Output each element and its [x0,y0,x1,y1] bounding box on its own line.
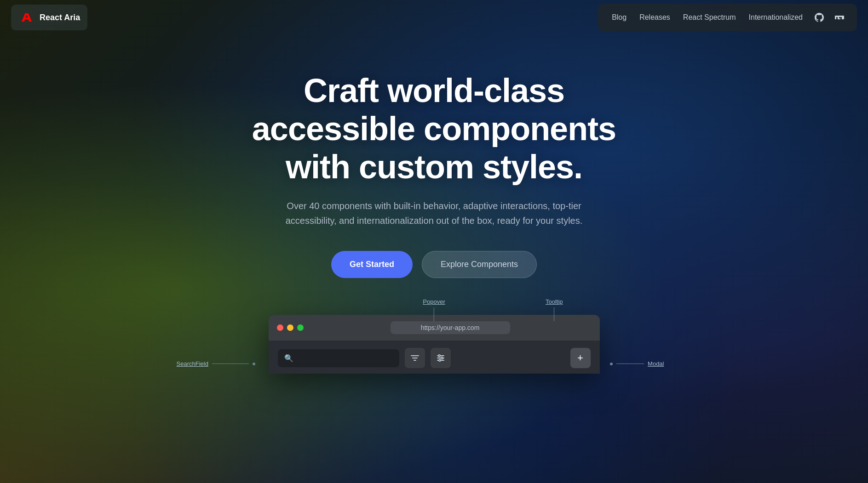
nav-logo-text: React Aria [40,13,80,23]
searchfield-annotation-group: SearchField [177,360,255,367]
logo-button[interactable]: React Aria [11,5,87,30]
nav-link-react-spectrum[interactable]: React Spectrum [678,11,741,23]
plus-icon: + [577,352,583,364]
nav-link-releases[interactable]: Releases [635,11,675,23]
navbar: React Aria Blog Releases React Spectrum … [0,0,868,35]
svg-point-8 [438,355,440,357]
search-field[interactable]: 🔍 [278,349,399,367]
browser-content: 🔍 [269,341,600,374]
nav-link-blog[interactable]: Blog [607,11,631,23]
expand-dot [297,324,304,331]
hero-title: Craft world-class accessible components … [227,72,641,186]
get-started-button[interactable]: Get Started [331,251,413,278]
browser-toolbar: 🔍 [278,348,591,374]
tooltip-annotation-group: Tooltip [546,297,563,321]
searchfield-annotation-label[interactable]: SearchField [177,360,208,367]
sliders-icon [436,353,445,363]
npm-icon-button[interactable] [831,9,848,26]
hero-buttons: Get Started Explore Components [331,251,537,278]
browser-mockup: https://your-app.com 🔍 [269,315,600,374]
svg-point-9 [441,357,443,359]
adobe-icon [18,9,35,26]
sliders-button[interactable] [431,348,451,368]
popover-annotation-label[interactable]: Popover [423,298,445,305]
svg-rect-0 [18,9,35,26]
github-icon [814,12,825,23]
hero-subtitle: Over 40 components with built-in behavio… [278,199,591,228]
minimize-dot [287,324,293,331]
browser-container: Popover Tooltip https://your-app.com [269,315,600,374]
filter-icon [410,353,420,363]
svg-point-10 [439,359,441,361]
hero-section: Craft world-class accessible components … [0,35,868,278]
browser-dots [277,324,304,331]
explore-components-button[interactable]: Explore Components [422,251,537,278]
close-dot [277,324,283,331]
modal-annotation-group: Modal [610,360,664,367]
browser-url-bar: https://your-app.com [309,321,592,334]
npm-icon [834,12,845,23]
svg-rect-3 [840,17,842,19]
search-icon: 🔍 [284,354,293,363]
tooltip-annotation-label[interactable]: Tooltip [546,298,563,305]
github-icon-button[interactable] [811,9,828,26]
browser-section: Popover Tooltip https://your-app.com [0,315,868,374]
svg-rect-2 [836,17,838,19]
add-button[interactable]: + [570,348,591,368]
nav-links-container: Blog Releases React Spectrum Internation… [598,4,857,31]
url-display[interactable]: https://your-app.com [391,321,510,334]
svg-rect-4 [839,17,840,18]
popover-annotation-group: Popover [423,297,445,321]
nav-link-internationalized[interactable]: Internationalized [744,11,807,23]
modal-annotation-label[interactable]: Modal [648,360,664,367]
filter-button[interactable] [405,348,425,368]
